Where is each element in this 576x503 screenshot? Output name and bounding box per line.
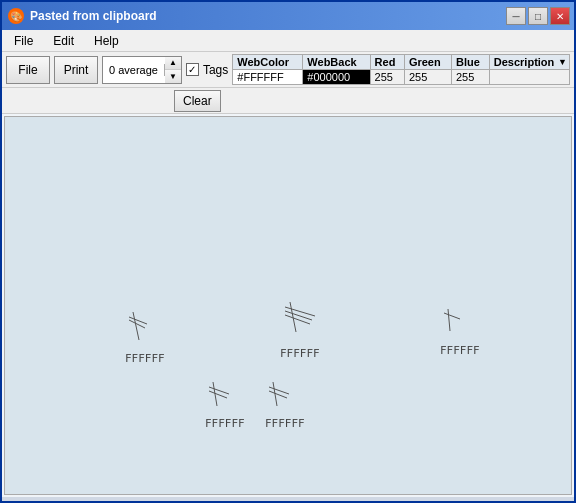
svg-line-0: [133, 312, 139, 340]
svg-line-2: [129, 320, 145, 328]
close-button[interactable]: ✕: [550, 7, 570, 25]
canvas-area: FFFFFF FFFFFF FFFFFF: [4, 116, 572, 495]
swatch-4: FFFFFF: [205, 382, 245, 430]
color-table: WebColor WebBack Red Green Blue Descript…: [232, 54, 570, 85]
cell-green: 255: [404, 70, 451, 85]
cell-webcolor: #FFFFFF: [233, 70, 303, 85]
print-button[interactable]: Print: [54, 56, 98, 84]
col-webcolor[interactable]: WebColor: [233, 55, 303, 70]
cell-blue: 255: [451, 70, 489, 85]
swatch-3-label: FFFFFF: [440, 344, 480, 357]
cell-description: [489, 70, 569, 85]
swatch-5-lines: [265, 382, 305, 412]
col-green[interactable]: Green: [404, 55, 451, 70]
title-bar: 🎨 Pasted from clipboard ─ □ ✕: [2, 2, 574, 30]
bottom-bar: [2, 497, 574, 501]
table-wrapper: WebColor WebBack Red Green Blue Descript…: [232, 54, 570, 85]
main-window: 🎨 Pasted from clipboard ─ □ ✕ File Edit …: [0, 0, 576, 503]
title-bar-left: 🎨 Pasted from clipboard: [8, 8, 157, 24]
window-title: Pasted from clipboard: [30, 9, 157, 23]
menu-bar: File Edit Help: [2, 30, 574, 52]
minimize-button[interactable]: ─: [506, 7, 526, 25]
toolbar: File Print 0 average ▲ ▼ ✓ Tags WebColor…: [2, 52, 574, 88]
maximize-button[interactable]: □: [528, 7, 548, 25]
tags-checkbox[interactable]: ✓: [186, 63, 199, 76]
cell-webback: #000000: [303, 70, 370, 85]
app-icon: 🎨: [8, 8, 24, 24]
col-description[interactable]: Description ▼: [489, 55, 569, 70]
swatch-3: FFFFFF: [440, 309, 480, 357]
swatch-3-lines: [440, 309, 480, 339]
svg-line-8: [444, 313, 460, 319]
svg-line-1: [129, 317, 147, 324]
swatch-2-label: FFFFFF: [280, 347, 335, 360]
counter-box: 0 average ▲ ▼: [102, 56, 182, 84]
svg-line-13: [269, 387, 289, 394]
menu-file[interactable]: File: [6, 33, 41, 49]
svg-line-4: [285, 307, 315, 316]
clear-toolbar: Clear: [2, 88, 574, 114]
col-webback[interactable]: WebBack: [303, 55, 370, 70]
tags-section: ✓ Tags: [186, 63, 228, 77]
swatch-2: FFFFFF: [280, 302, 335, 360]
swatch-5: FFFFFF: [265, 382, 305, 430]
col-blue[interactable]: Blue: [451, 55, 489, 70]
svg-line-5: [285, 311, 312, 320]
clear-button[interactable]: Clear: [174, 90, 221, 112]
counter-up-button[interactable]: ▲: [165, 56, 181, 70]
table-header-row: WebColor WebBack Red Green Blue Descript…: [233, 55, 570, 70]
title-buttons: ─ □ ✕: [506, 7, 570, 25]
svg-line-10: [209, 387, 229, 394]
tags-label: Tags: [203, 63, 228, 77]
svg-line-7: [448, 309, 450, 331]
table-row: #FFFFFF #000000 255 255 255: [233, 70, 570, 85]
counter-down-button[interactable]: ▼: [165, 70, 181, 84]
swatch-1: FFFFFF: [125, 312, 165, 365]
svg-line-6: [285, 315, 310, 324]
swatch-4-lines: [205, 382, 245, 412]
col-red[interactable]: Red: [370, 55, 404, 70]
swatch-1-label: FFFFFF: [125, 352, 165, 365]
counter-value: 0 average: [103, 64, 165, 76]
swatch-2-lines: [280, 302, 335, 342]
menu-edit[interactable]: Edit: [45, 33, 82, 49]
file-button[interactable]: File: [6, 56, 50, 84]
cell-red: 255: [370, 70, 404, 85]
menu-help[interactable]: Help: [86, 33, 127, 49]
swatch-5-label: FFFFFF: [265, 417, 305, 430]
counter-arrows: ▲ ▼: [165, 56, 181, 84]
swatch-4-label: FFFFFF: [205, 417, 245, 430]
swatch-1-lines: [125, 312, 165, 347]
